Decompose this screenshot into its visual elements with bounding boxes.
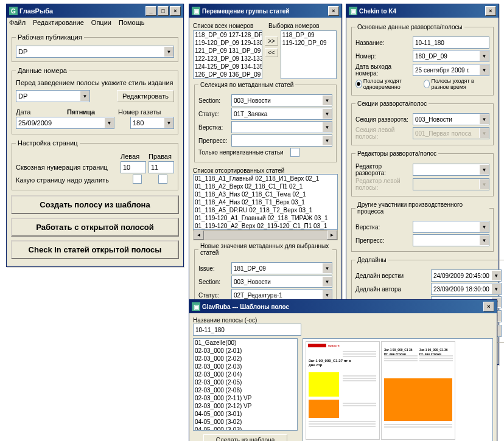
date-dropdown[interactable]: 25/09/2009▼ — [16, 117, 114, 129]
close-button[interactable]: × — [170, 6, 181, 16]
editor-dropdown[interactable]: ▼ — [413, 164, 489, 176]
layout-dropdown[interactable]: ▼ — [413, 221, 489, 233]
delete-left-check[interactable] — [133, 175, 142, 184]
style-dropdown[interactable]: DP▼ — [16, 90, 90, 102]
list-item[interactable]: 04-05_000 (3-03) — [194, 426, 297, 431]
new-section-dropdown[interactable]: 003_Новости▼ — [231, 276, 332, 288]
list-item[interactable]: 01_Gazelle(00) — [194, 339, 297, 347]
menu-options[interactable]: Опции — [91, 19, 111, 26]
work-open-page-button[interactable]: Работать с открытой полосой — [11, 218, 179, 237]
close-button[interactable]: × — [485, 6, 496, 16]
chevron-down-icon: ▼ — [479, 128, 489, 138]
chevron-down-icon: ▼ — [322, 122, 332, 132]
section-dropdown[interactable]: 003_Новости▼ — [413, 113, 489, 125]
close-button[interactable]: × — [483, 302, 494, 311]
list-item[interactable]: 02-03_000 (2-06) — [194, 386, 297, 394]
dl-layout-dropdown[interactable]: 24/09/2009 20:45:00▼ — [431, 269, 502, 282]
delete-right-check[interactable] — [158, 175, 167, 184]
status-dropdown[interactable]: 01T_Заявка▼ — [231, 108, 332, 120]
chevron-down-icon: ▼ — [479, 165, 489, 175]
chevron-down-icon: ▼ — [491, 271, 501, 280]
menu-file[interactable]: Файл — [9, 19, 26, 26]
list-item[interactable]: 02-03_000 (2-12) VP — [194, 402, 297, 410]
maximize-button[interactable]: □ — [158, 6, 169, 16]
layout-dropdown[interactable]: ▼ — [231, 121, 332, 133]
chevron-down-icon: ▼ — [479, 222, 489, 232]
chevron-down-icon: ▼ — [164, 47, 173, 57]
weekday-label: Пятница — [67, 108, 116, 116]
name-label: Название полосы (-ос) — [193, 317, 493, 324]
list-item[interactable]: 02-03_000 (2-11) VP — [194, 394, 297, 402]
num-dropdown[interactable]: 180_DP_09▼ — [413, 50, 489, 62]
page-name-input[interactable]: 10-11_180 — [193, 324, 301, 336]
edit-button[interactable]: Редактировать — [117, 90, 174, 102]
chevron-down-icon: ▼ — [322, 263, 332, 273]
dl-author-dropdown[interactable]: 23/09/2009 18:30:00▼ — [431, 283, 502, 295]
radio-same-time[interactable] — [355, 80, 362, 88]
date-dropdown[interactable]: 25 сентября 2009 г.▼ — [413, 64, 489, 76]
editor-left-dropdown: ▼ — [413, 178, 489, 190]
scroll-right-icon[interactable]: ► — [327, 231, 337, 240]
radio-diff-time[interactable] — [424, 80, 430, 88]
titlebar[interactable]: ▣ Перемещение группы статей × — [189, 4, 341, 18]
fieldset-page-settings: Настройка страниц ЛеваяПравая Сквозная н… — [12, 139, 178, 190]
titlebar[interactable]: G ГлавРыба _ □ × — [7, 4, 183, 18]
chevron-down-icon: ▼ — [104, 118, 114, 128]
publication-dropdown[interactable]: DP▼ — [16, 46, 174, 58]
date-label: Дата — [16, 108, 65, 116]
left-page-input[interactable]: 10 — [121, 161, 146, 173]
menu-edit[interactable]: Редактирование — [33, 19, 84, 26]
list-item[interactable]: 04-05_000 (3-01) — [194, 410, 297, 418]
window-title: Перемещение группы статей — [202, 8, 290, 15]
numbering-label: Сквозная нумерация страниц — [16, 164, 118, 171]
chevron-down-icon: ▼ — [322, 109, 332, 119]
list-item[interactable]: 02-03_000 (2-03) — [194, 363, 297, 370]
scroll-left-icon[interactable]: ◄ — [194, 231, 204, 240]
chevron-down-icon: ▼ — [479, 51, 489, 61]
fieldset-editors: Редакторы разворота/полос Редактор разво… — [351, 150, 494, 196]
make-from-template-button[interactable]: Сделать из шаблона — [203, 434, 287, 441]
move-right-button[interactable]: >> — [265, 36, 278, 46]
horizontal-scrollbar[interactable]: ◄► — [193, 230, 338, 240]
prepress-dropdown[interactable]: ▼ — [413, 234, 489, 246]
name-input[interactable]: 10-11_180 — [413, 36, 489, 49]
all-issues-list[interactable]: 118_DP_09 127-128_DP_09119-120_DP_09 129… — [193, 30, 262, 79]
selected-issues-list[interactable]: 118_DP_09119-120_DP_09 — [281, 30, 337, 79]
menubar: Файл Редактирование Опции Помощь — [7, 18, 183, 27]
new-issue-dropdown[interactable]: 181_DP_09▼ — [231, 262, 332, 274]
create-page-button[interactable]: Создать полосу из шаблона — [11, 195, 179, 214]
list-item[interactable]: 02-03_000 (2-04) — [194, 370, 297, 378]
chevron-down-icon: ▼ — [322, 277, 332, 286]
minimize-button[interactable]: _ — [145, 6, 156, 16]
fieldset-meta-filter: Селекция по метаданным статей Section:00… — [194, 82, 337, 162]
chevron-down-icon: ▼ — [80, 91, 89, 101]
titlebar[interactable]: ▣ Chekin to K4 × — [346, 4, 499, 18]
checkin-button[interactable]: Check In статей открытой полосы — [11, 240, 179, 259]
close-button[interactable]: × — [328, 6, 339, 16]
list-item[interactable]: 02-03_000 (2-05) — [194, 378, 297, 386]
move-left-button[interactable]: << — [265, 48, 278, 57]
unbound-only-check[interactable] — [290, 148, 299, 157]
preview-panel: новости Заг-1 00_000_С1 27 пт в две стр … — [303, 338, 493, 441]
chevron-down-icon: ▼ — [479, 235, 489, 245]
templates-list[interactable]: 01_Gazelle(00)02-03_000 (2-01)02-03_000 … — [193, 338, 298, 431]
chevron-down-icon: ▼ — [479, 65, 489, 75]
window-title: Chekin to K4 — [359, 8, 396, 15]
prepress-dropdown[interactable]: ▼ — [231, 134, 332, 147]
fieldset-main-data: Основные данные разворота/полосы Названи… — [351, 24, 494, 95]
list-item[interactable]: 02-03_000 (2-01) — [194, 347, 297, 355]
list-item[interactable]: 02-03_000 (2-02) — [194, 355, 297, 363]
fieldset-sections: Секции разворота/полос Секция разворота:… — [351, 100, 494, 145]
fieldset-issue-data: Данные номера Перед заведением полосы ук… — [12, 67, 178, 134]
window-title: ГлавРыба — [19, 7, 53, 15]
chevron-down-icon: ▼ — [322, 136, 332, 145]
chevron-down-icon: ▼ — [164, 118, 173, 128]
right-page-input[interactable]: 11 — [149, 161, 174, 173]
chevron-down-icon: ▼ — [491, 284, 501, 294]
list-item[interactable]: 04-05_000 (3-02) — [194, 418, 297, 426]
section-dropdown[interactable]: 003_Новости▼ — [231, 94, 332, 106]
titlebar[interactable]: ▣ GlavRuba --- Шаблоны полос × — [189, 300, 497, 313]
issue-dropdown[interactable]: 180▼ — [130, 117, 174, 129]
menu-help[interactable]: Помощь — [119, 19, 145, 26]
sorted-articles-list[interactable]: 01_118_А1_Главный 02_118_И1_Верх 02_101_… — [193, 174, 338, 230]
